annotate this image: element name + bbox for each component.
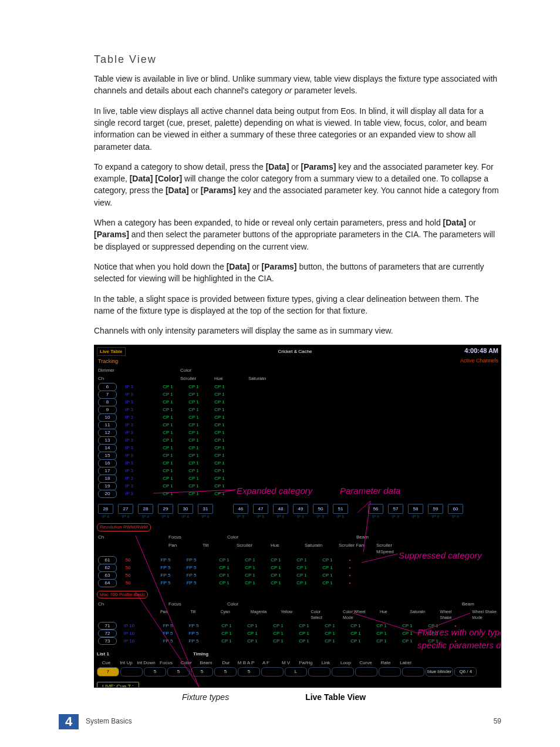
channel-number[interactable]: 58 [408, 504, 423, 514]
cell: CP 1 [316, 557, 339, 564]
table-row: 11IP 3CP 1CP 1CP 1 [98, 422, 497, 429]
txt: parameter levels. [292, 86, 357, 95]
channel-number[interactable]: 31 [198, 504, 213, 514]
key-data: [Data] [443, 218, 467, 227]
cell: IP 4 [158, 514, 173, 520]
cue-cell [332, 667, 354, 677]
cell: CP 1 [183, 483, 205, 490]
cue-cell [379, 667, 401, 677]
col-tilt: Tilt [203, 542, 225, 556]
cell: • [448, 638, 463, 645]
table-row: 12IP 3CP 1CP 1CP 1 [98, 429, 497, 437]
cell: • [342, 564, 357, 571]
channel-number[interactable]: 13 [98, 436, 117, 445]
cell: CP 1 [208, 437, 231, 444]
cell: CP 1 [370, 638, 393, 645]
cell: CP 1 [291, 557, 313, 564]
col-pan: Pan [160, 609, 178, 621]
cell: CP 1 [157, 383, 179, 391]
channel-number[interactable]: 7 [98, 391, 117, 399]
channel-number[interactable]: 48 [273, 504, 288, 514]
cell: CP 1 [215, 622, 238, 630]
channel-number[interactable]: 18 [98, 475, 117, 483]
channel-number[interactable]: 62 [98, 564, 117, 572]
channel-number[interactable]: 11 [98, 421, 117, 429]
cell: FP 5 [154, 557, 177, 564]
channel-number[interactable]: 51 [333, 504, 348, 514]
channel-number[interactable]: 28 [138, 504, 153, 514]
cell: CP 1 [265, 580, 287, 587]
table-row: 8IP 3CP 1CP 1CP 1 [98, 399, 497, 406]
channel-number[interactable]: 50 [313, 504, 328, 514]
channel-number[interactable]: 8 [98, 398, 117, 406]
cell: CP 1 [215, 638, 238, 645]
channel-number[interactable]: 30 [178, 504, 193, 514]
table-row: 17IP 3CP 1CP 1CP 1 [98, 467, 497, 475]
cell: IP 3 [120, 467, 138, 475]
cell: CP 1 [157, 429, 179, 436]
col-ch: Ch [98, 534, 122, 541]
cell: CP 1 [157, 460, 179, 467]
channel-number[interactable]: 72 [98, 630, 117, 638]
channel-number[interactable]: 29 [158, 504, 173, 514]
channel-number[interactable]: 6 [98, 383, 117, 391]
channel-number[interactable]: 19 [98, 482, 117, 490]
cell: IP 8 [333, 514, 348, 520]
clock: 4:00:48 AM [464, 346, 498, 356]
col-scroller-mspeed: Scroller MSpeed [376, 542, 407, 556]
channel-number[interactable]: 16 [98, 459, 117, 467]
channel-number[interactable]: 49 [293, 504, 308, 514]
channel-number[interactable]: 57 [388, 504, 403, 514]
channel-number[interactable]: 14 [98, 444, 117, 452]
cell: CP 1 [183, 429, 205, 436]
cell: CP 1 [370, 622, 393, 630]
channel-number[interactable]: 47 [253, 504, 268, 514]
cell: IP 3 [120, 490, 138, 497]
channel-number[interactable]: 60 [448, 504, 463, 514]
cue-header-cell: M V [276, 659, 295, 667]
channel-number[interactable]: 15 [98, 452, 117, 460]
cell: CP 1 [208, 414, 231, 421]
channel-number[interactable]: 64 [98, 579, 117, 587]
channel-number[interactable]: 20 [98, 490, 117, 498]
table-row: 14IP 3CP 1CP 1CP 1 [98, 445, 497, 452]
cell: IP 3 [120, 383, 138, 391]
channel-number[interactable]: 71 [98, 622, 117, 630]
col-saturatn: Saturatn [410, 609, 428, 621]
channel-number[interactable]: 17 [98, 467, 117, 475]
cell: 50 [120, 580, 136, 587]
caption-live-table-view: Live Table View [305, 691, 366, 703]
channel-number[interactable]: 27 [118, 504, 133, 514]
cell: CP 1 [208, 475, 231, 482]
channel-number[interactable]: 12 [98, 429, 117, 437]
channel-number[interactable]: 10 [98, 413, 117, 422]
channel-number[interactable]: 63 [98, 571, 117, 580]
section-dimmer: Dimmer Color Ch Scroller Hue Saturatn 6I… [95, 366, 501, 499]
channel-number[interactable]: 61 [98, 556, 117, 564]
para-2: In live, table view displays all active … [94, 105, 501, 153]
channel-number[interactable]: 56 [368, 504, 383, 514]
cue-header-cell: Label [396, 659, 415, 667]
cue-cell: 5 [167, 667, 190, 677]
channel-number[interactable]: 59 [428, 504, 443, 514]
txt: or [466, 218, 475, 227]
page-number: 59 [494, 716, 501, 726]
footer-section-name: System Basics [86, 716, 132, 726]
channel-number[interactable]: 26 [98, 504, 113, 514]
channel-number[interactable]: 9 [98, 406, 117, 414]
cell: CP 1 [183, 399, 205, 406]
cue-cell: blue blinder [426, 667, 453, 677]
cell: CP 1 [239, 557, 261, 564]
channel-number[interactable]: 46 [233, 504, 248, 514]
cell: CP 1 [267, 622, 289, 630]
cell: IP 3 [120, 460, 138, 467]
channel-number[interactable]: 73 [98, 637, 117, 645]
cue-number[interactable]: 7 [97, 667, 119, 677]
cell: FP 5 [157, 638, 179, 645]
caption-fixture-types: Fixture types [182, 691, 229, 703]
timing-label: Timing [193, 651, 208, 658]
cell: CP 1 [208, 467, 231, 475]
tab-live-table[interactable]: Live Table [97, 347, 126, 356]
cell: CP 1 [157, 414, 179, 421]
cell: FP 5 [157, 630, 179, 637]
